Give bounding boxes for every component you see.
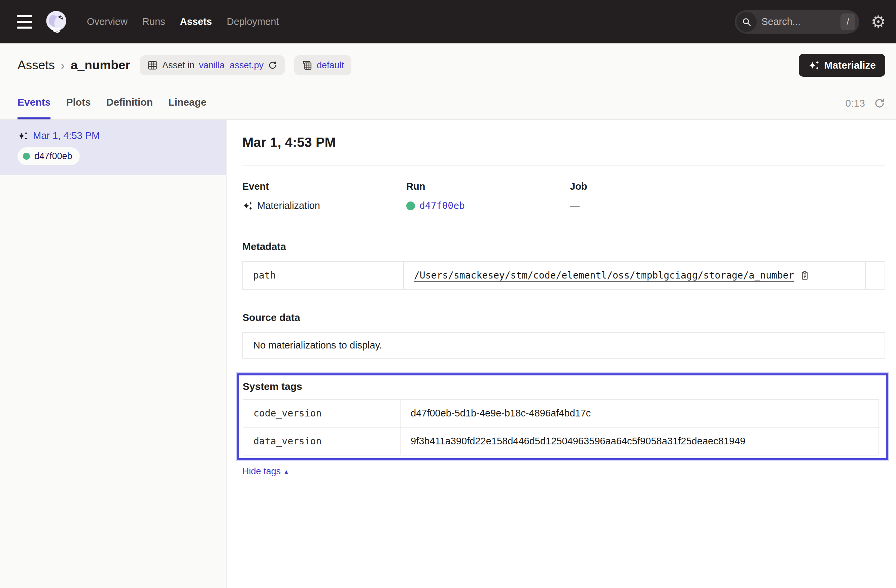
event-timestamp-link[interactable]: Mar 1, 4:53 PM [33, 130, 100, 141]
tab-events[interactable]: Events [17, 87, 50, 119]
reload-definition-icon[interactable] [268, 61, 277, 70]
materialization-sparkle-icon [17, 131, 28, 141]
dagster-logo-icon[interactable] [43, 9, 69, 35]
search-input[interactable] [757, 16, 840, 27]
menu-icon[interactable] [17, 15, 32, 29]
nav-links: Overview Runs Assets Deployment [87, 16, 279, 27]
divider [242, 165, 885, 166]
group-link[interactable]: default [317, 60, 344, 71]
metadata-path-link[interactable]: /Users/smackesey/stm/code/elementl/oss/t… [414, 270, 794, 281]
page-header: Assets › a_number Asset in vanilla_asset… [0, 43, 896, 120]
run-id-label: d47f00eb [34, 151, 72, 161]
run-id-chip[interactable]: d47f00eb [17, 147, 80, 165]
system-tag-key: code_version [243, 400, 401, 427]
system-tags-title: System tags [243, 381, 879, 392]
breadcrumb-separator: › [61, 59, 65, 72]
materialization-sparkle-icon [242, 201, 253, 211]
event-list-item[interactable]: Mar 1, 4:53 PM d47f00eb [0, 120, 226, 175]
top-nav: Overview Runs Assets Deployment / ⚙ [0, 0, 896, 43]
source-data-section: Source data No materializations to displ… [242, 312, 885, 359]
copy-path-icon[interactable] [799, 270, 810, 281]
table-row: code_version d47f00eb-5d1b-4e9e-b18c-489… [243, 400, 879, 427]
caret-up-icon: ▲ [283, 468, 289, 475]
breadcrumb-asset-name: a_number [71, 58, 130, 72]
hide-tags-link[interactable]: Hide tags ▲ [242, 466, 289, 477]
metadata-key: path [243, 262, 404, 289]
nav-item-overview[interactable]: Overview [87, 16, 128, 27]
job-column-label: Job [570, 181, 885, 192]
source-data-empty-message: No materializations to display. [242, 332, 885, 359]
system-tag-key: data_version [243, 427, 401, 455]
tab-plots[interactable]: Plots [66, 87, 91, 119]
run-status-dot [23, 153, 30, 160]
system-tag-value: 9f3b411a390fd22e158d446d5d12504963596aa6… [401, 427, 879, 455]
event-summary: Event Materialization Run d47f00eb Job — [242, 181, 885, 211]
event-type-value: Materialization [257, 200, 320, 211]
search-shortcut-key: / [840, 14, 855, 30]
nav-item-assets[interactable]: Assets [180, 16, 212, 27]
global-search[interactable]: / [735, 10, 859, 33]
nav-item-deployment[interactable]: Deployment [227, 16, 279, 27]
source-data-title: Source data [242, 312, 885, 323]
asset-group-chip[interactable]: default [294, 55, 351, 75]
asset-file-link[interactable]: vanilla_asset.py [199, 60, 264, 71]
metadata-title: Metadata [242, 241, 885, 252]
asset-grid-icon [147, 60, 158, 71]
asset-chip-prefix: Asset in [162, 60, 195, 71]
refresh-icon[interactable] [874, 97, 885, 109]
refresh-countdown: 0:13 [846, 97, 865, 109]
event-heading: Mar 1, 4:53 PM [242, 135, 885, 150]
run-column-label: Run [406, 181, 570, 192]
event-detail-panel: Mar 1, 4:53 PM Event Materialization Run… [227, 120, 896, 588]
metadata-section: Metadata path /Users/smackesey/stm/code/… [242, 241, 885, 290]
table-row: path /Users/smackesey/stm/code/elementl/… [243, 262, 885, 289]
group-grid-icon [302, 60, 312, 71]
sparkle-icon [808, 59, 820, 71]
materialize-label: Materialize [824, 59, 876, 71]
breadcrumb: Assets › a_number [17, 58, 130, 72]
settings-gear-icon[interactable]: ⚙ [871, 14, 886, 30]
search-icon [736, 12, 757, 32]
table-row: data_version 9f3b411a390fd22e158d446d5d1… [243, 427, 879, 455]
table-end-cell [865, 262, 885, 289]
system-tags-table: code_version d47f00eb-5d1b-4e9e-b18c-489… [243, 399, 879, 456]
metadata-table: path /Users/smackesey/stm/code/elementl/… [242, 261, 885, 290]
nav-item-runs[interactable]: Runs [142, 16, 165, 27]
event-column-label: Event [242, 181, 406, 192]
asset-tabs: Events Plots Definition Lineage 0:13 [0, 87, 896, 119]
asset-definition-chip[interactable]: Asset in vanilla_asset.py [140, 55, 285, 75]
tab-definition[interactable]: Definition [107, 87, 153, 119]
event-list-sidebar: Mar 1, 4:53 PM d47f00eb [0, 120, 227, 588]
run-id-link[interactable]: d47f00eb [419, 200, 465, 211]
run-status-dot [406, 202, 415, 210]
system-tags-highlight: System tags code_version d47f00eb-5d1b-4… [237, 374, 888, 460]
system-tag-value: d47f00eb-5d1b-4e9e-b18c-4896af4bd17c [401, 400, 879, 427]
job-empty-value: — [570, 200, 580, 211]
tab-lineage[interactable]: Lineage [168, 87, 206, 119]
hide-tags-label: Hide tags [242, 466, 281, 477]
breadcrumb-assets-link[interactable]: Assets [17, 58, 55, 72]
materialize-button[interactable]: Materialize [799, 54, 885, 77]
